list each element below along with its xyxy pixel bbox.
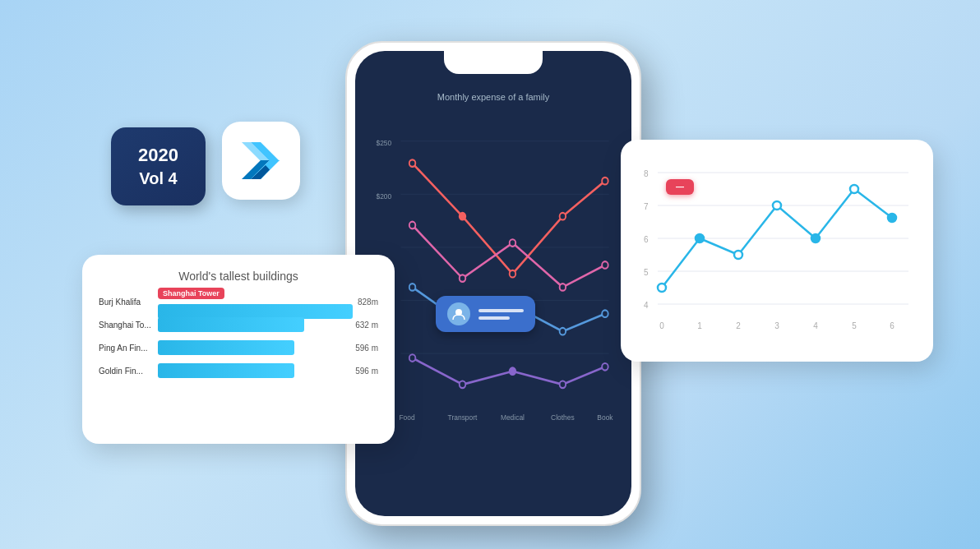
bar-container-shanghai (158, 317, 350, 332)
svg-text:5: 5 (852, 321, 857, 330)
bar-label-shanghai: Shanghai To... (99, 321, 158, 330)
year-badge: 2020 Vol 4 (111, 127, 206, 205)
svg-text:3: 3 (774, 321, 779, 330)
svg-text:2: 2 (736, 321, 741, 330)
bar-label-burj: Burj Khalifa (99, 298, 158, 307)
bar-row-goldin: Goldin Fin... 596 m (99, 363, 378, 378)
svg-point-16 (510, 270, 516, 278)
svg-text:Clothes: Clothes (551, 413, 575, 422)
bar-label-goldin: Goldin Fin... (99, 367, 158, 376)
bar-container-goldin (158, 363, 350, 378)
svg-point-62 (850, 185, 858, 193)
bar-value-pingan: 596 m (355, 344, 378, 353)
bar-label-pingan: Ping An Fin... (99, 344, 158, 353)
svg-point-33 (602, 363, 608, 371)
svg-point-22 (560, 284, 566, 291)
svg-text:8: 8 (644, 169, 649, 178)
phone-chart-title: Monthly expense of a family (370, 92, 617, 102)
badge-year: 2020 (138, 144, 178, 168)
line-chart-card: — 8 7 6 5 4 0 1 2 3 4 5 6 (621, 140, 933, 362)
badge-vol: Vol 4 (139, 168, 177, 189)
bar-row-pingan: Ping An Fin... 596 m (99, 340, 378, 355)
svg-point-21 (510, 239, 516, 247)
bar-fill-pingan (158, 340, 294, 355)
phone-tooltip (436, 296, 535, 332)
buildings-card-title: World's tallest buildings (99, 270, 378, 283)
tooltip-avatar (447, 302, 470, 325)
svg-text:Food: Food (399, 413, 414, 422)
highlight-tag: Shanghai Tower (158, 288, 224, 299)
svg-point-23 (602, 261, 608, 269)
bar-value-goldin: 596 m (355, 367, 378, 376)
flutter-icon (238, 138, 284, 183)
svg-point-19 (409, 222, 416, 229)
svg-point-61 (811, 234, 820, 242)
svg-text:0: 0 (659, 321, 664, 330)
svg-text:7: 7 (644, 202, 649, 211)
svg-point-32 (560, 381, 566, 389)
svg-point-17 (560, 213, 566, 220)
svg-point-24 (409, 284, 416, 291)
tooltip-text-lines (478, 309, 524, 320)
svg-point-20 (460, 274, 466, 282)
svg-point-28 (602, 310, 608, 317)
bar-row-burj: Burj Khalifa Shanghai Tower 828m (99, 294, 378, 309)
svg-point-63 (888, 214, 896, 222)
bar-fill-shanghai (158, 317, 304, 332)
red-tag: — (666, 179, 694, 195)
svg-point-59 (734, 251, 742, 259)
svg-text:Medical: Medical (501, 413, 525, 422)
svg-text:Book: Book (597, 413, 613, 422)
phone-chart-area: $250 $200 $50 $00 (370, 110, 617, 455)
svg-point-30 (460, 381, 466, 389)
svg-text:1: 1 (697, 321, 702, 330)
svg-point-18 (602, 178, 608, 185)
svg-point-57 (658, 284, 666, 292)
bar-row-shanghai: Shanghai To... 632 m (99, 317, 378, 332)
bar-value-shanghai: 632 m (355, 321, 378, 330)
svg-text:5: 5 (644, 268, 649, 277)
bar-container-pingan (158, 340, 350, 355)
svg-point-58 (696, 234, 704, 242)
svg-text:Transport: Transport (448, 413, 478, 422)
svg-point-29 (409, 354, 416, 362)
svg-text:$200: $200 (377, 191, 392, 201)
svg-point-60 (773, 201, 781, 210)
tooltip-line-1 (478, 309, 524, 312)
svg-text:4: 4 (644, 301, 649, 310)
buildings-card: World's tallest buildings Burj Khalifa S… (82, 255, 395, 444)
svg-text:6: 6 (890, 321, 894, 330)
svg-text:$250: $250 (377, 139, 392, 148)
bar-container-burj: Shanghai Tower (158, 294, 353, 309)
bar-fill-goldin (158, 363, 294, 378)
svg-point-15 (460, 213, 466, 220)
svg-text:6: 6 (644, 235, 649, 244)
svg-point-27 (560, 328, 566, 335)
svg-text:4: 4 (813, 321, 818, 330)
tooltip-line-2 (478, 316, 510, 320)
svg-point-31 (510, 367, 516, 375)
bar-value-burj: 828m (358, 298, 378, 307)
svg-point-14 (409, 159, 416, 167)
flutter-badge (222, 122, 300, 200)
phone-notch (444, 51, 543, 74)
